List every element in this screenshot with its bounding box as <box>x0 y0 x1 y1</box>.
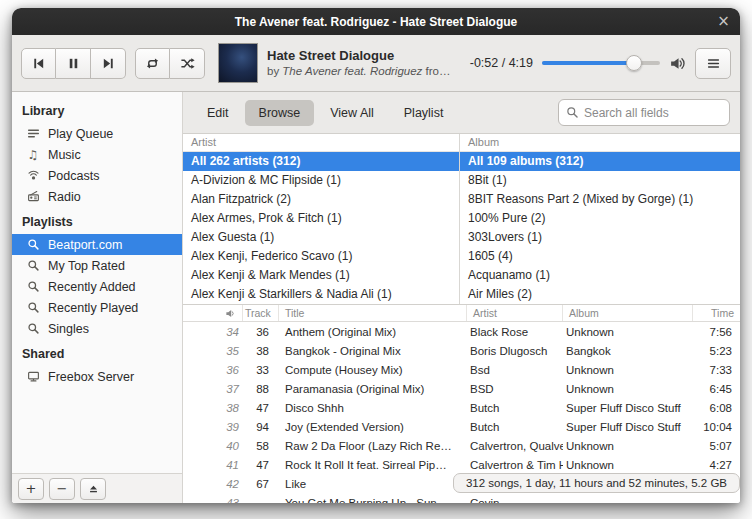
sidebar-item-play-queue[interactable]: Play Queue <box>12 123 182 144</box>
track-column-header[interactable]: Track <box>243 305 279 321</box>
now-playing-info: Hate Street Dialogue by The Avener feat.… <box>267 48 455 79</box>
tab-view-all[interactable]: View All <box>316 100 388 126</box>
artist-row[interactable]: Alex Kenji & Mark Mendes (1) <box>183 266 459 285</box>
album-column-header[interactable]: Album <box>460 134 740 152</box>
speaker-small-icon <box>225 308 236 319</box>
auto-playlist-icon <box>26 322 40 335</box>
playback-modes <box>135 48 205 79</box>
pause-icon <box>66 56 81 71</box>
search-input[interactable] <box>584 106 722 120</box>
volume-button[interactable] <box>669 55 686 72</box>
song-row[interactable]: 3436Anthem (Original Mix)Black RoseUnkno… <box>183 322 740 341</box>
song-row[interactable]: 4058Raw 2 Da Floor (Lazy Rich Re…Calvert… <box>183 436 740 455</box>
song-row[interactable]: 3633Compute (Housey Mix)BsdUnknown7:33 <box>183 360 740 379</box>
repeat-button[interactable] <box>135 48 170 79</box>
now-playing-title: Hate Street Dialogue <box>267 48 455 64</box>
song-row[interactable]: 3847Disco ShhhButchSuper Fluff Disco Stu… <box>183 398 740 417</box>
sidebar-item-singles[interactable]: Singles <box>12 318 182 339</box>
sidebar-item-my-top-rated[interactable]: My Top Rated <box>12 255 182 276</box>
volume-slider[interactable] <box>542 54 660 72</box>
artist-row[interactable]: Alex Kenji, Federico Scavo (1) <box>183 247 459 266</box>
volume-track <box>542 61 660 65</box>
album-row[interactable]: Air Miles (2) <box>460 285 740 304</box>
main-panel: Edit Browse View All Playlist Artist All… <box>183 92 740 503</box>
song-row[interactable]: 3538Bangkok - Original MixBoris Dlugosch… <box>183 341 740 360</box>
auto-playlist-icon <box>26 280 40 293</box>
shuffle-button[interactable] <box>170 48 205 79</box>
now-playing-artist: by The Avener feat. Rodriguez fro… <box>267 64 455 78</box>
song-row[interactable]: 43You Got Me Burning Up - Sun…Covin <box>183 493 740 503</box>
playing-column-header[interactable] <box>183 305 243 321</box>
sidebar-item-recently-played[interactable]: Recently Played <box>12 297 182 318</box>
song-row[interactable]: 3788Paramanasia (Original Mix)BSDUnknown… <box>183 379 740 398</box>
song-row[interactable]: 3994Joy (Extended Version)ButchSuper Flu… <box>183 417 740 436</box>
view-toolbar: Edit Browse View All Playlist <box>183 92 740 134</box>
podcast-icon <box>26 169 40 182</box>
add-playlist-button[interactable]: + <box>18 478 44 500</box>
volume-fill <box>542 61 634 65</box>
menu-button[interactable] <box>695 48 731 79</box>
close-button[interactable]: × <box>713 11 734 32</box>
sidebar-item-music[interactable]: ♫ Music <box>12 144 182 165</box>
music-note-icon: ♫ <box>26 149 40 161</box>
sidebar-item-freebox-server[interactable]: Freebox Server <box>12 366 182 387</box>
sidebar-actions: + − <box>12 473 182 503</box>
album-row[interactable]: 1605 (4) <box>460 247 740 266</box>
app-window: The Avener feat. Rodriguez - Hate Street… <box>12 8 740 503</box>
next-button[interactable] <box>91 48 126 79</box>
remove-playlist-button[interactable]: − <box>49 478 75 500</box>
hamburger-icon <box>706 56 721 71</box>
artist-row[interactable]: All 262 artists (312) <box>183 152 459 171</box>
album-row[interactable]: 8BIT Reasons Part 2 (Mixed by Gorge) (1) <box>460 190 740 209</box>
artist-row[interactable]: A-Divizion & MC Flipside (1) <box>183 171 459 190</box>
sidebar-item-radio[interactable]: Radio <box>12 186 182 207</box>
album-row[interactable]: 8Bit (1) <box>460 171 740 190</box>
artist-column-header[interactable]: Artist <box>183 134 459 152</box>
album-row[interactable]: Acquanamo (1) <box>460 266 740 285</box>
time-column-header[interactable]: Time <box>693 305 740 321</box>
window-title: The Avener feat. Rodriguez - Hate Street… <box>235 15 518 29</box>
sidebar-list: Library Play Queue ♫ Music Podcasts Radi… <box>12 92 182 473</box>
search-icon <box>566 106 579 119</box>
artist-pane: Artist All 262 artists (312) A-Divizion … <box>183 134 460 304</box>
previous-button[interactable] <box>21 48 56 79</box>
album-row[interactable]: 303Lovers (1) <box>460 228 740 247</box>
sidebar-section-playlists: Playlists <box>12 207 182 234</box>
artist-row[interactable]: Alex Guesta (1) <box>183 228 459 247</box>
sidebar-item-podcasts[interactable]: Podcasts <box>12 165 182 186</box>
artist-row[interactable]: Alex Kenji & Starkillers & Nadia Ali (1) <box>183 285 459 304</box>
tab-edit[interactable]: Edit <box>193 100 243 126</box>
shuffle-icon <box>180 56 195 71</box>
title-column-header[interactable]: Title <box>279 305 467 321</box>
album-art <box>218 43 258 83</box>
sidebar-section-library: Library <box>12 96 182 123</box>
tab-browse[interactable]: Browse <box>245 100 315 126</box>
library-browser: Artist All 262 artists (312) A-Divizion … <box>183 134 740 305</box>
album-row[interactable]: 100% Pure (2) <box>460 209 740 228</box>
artist-column-header[interactable]: Artist <box>467 305 563 321</box>
time-display: -0:52 / 4:19 <box>470 56 533 70</box>
previous-icon <box>31 56 46 71</box>
auto-playlist-icon <box>26 259 40 272</box>
playback-controls <box>21 48 126 79</box>
tab-playlist[interactable]: Playlist <box>390 100 458 126</box>
volume-handle[interactable] <box>626 55 642 71</box>
speaker-icon <box>669 55 686 72</box>
sidebar-item-recently-added[interactable]: Recently Added <box>12 276 182 297</box>
song-row[interactable]: 4147Rock It Roll It feat. Sirreal Pip…Ca… <box>183 455 740 474</box>
album-row[interactable]: All 109 albums (312) <box>460 152 740 171</box>
repeat-icon <box>145 56 160 71</box>
eject-button[interactable] <box>80 478 106 500</box>
radio-icon <box>26 190 40 203</box>
network-share-icon <box>26 370 40 383</box>
titlebar[interactable]: The Avener feat. Rodriguez - Hate Street… <box>12 8 740 35</box>
search-box[interactable] <box>558 99 730 126</box>
eject-icon <box>88 483 99 494</box>
pause-button[interactable] <box>56 48 91 79</box>
artist-row[interactable]: Alex Armes, Prok & Fitch (1) <box>183 209 459 228</box>
album-column-header[interactable]: Album <box>563 305 693 321</box>
album-pane: Album All 109 albums (312) 8Bit (1) 8BIT… <box>460 134 740 304</box>
sidebar-item-beatport[interactable]: Beatport.com <box>12 234 182 255</box>
artist-row[interactable]: Alan Fitzpatrick (2) <box>183 190 459 209</box>
auto-playlist-icon <box>26 238 40 251</box>
